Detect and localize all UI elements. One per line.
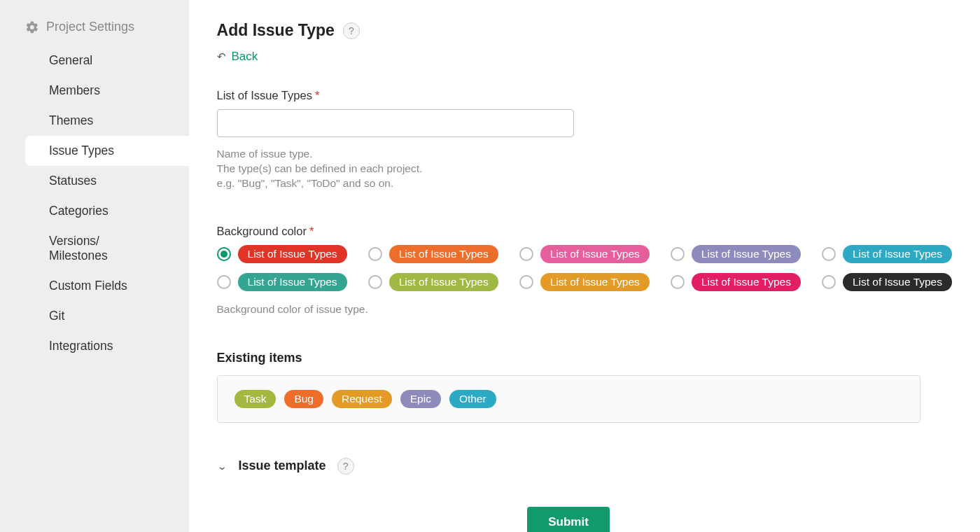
gear-icon [25,20,39,34]
existing-items-heading: Existing items [217,351,952,365]
existing-item-other: Other [449,390,496,408]
radio-icon[interactable] [822,275,836,289]
color-chip: List of Issue Types [238,245,347,263]
sidebar-item-git[interactable]: Git [0,301,189,331]
help-icon[interactable]: ? [337,458,354,475]
color-option-3[interactable]: List of Issue Types [671,245,801,263]
sidebar-item-statuses[interactable]: Statuses [0,166,189,196]
field-label-text: List of Issue Types [217,89,312,102]
sidebar-item-integrations[interactable]: Integrations [0,331,189,361]
sidebar-item-custom-fields[interactable]: Custom Fields [0,271,189,301]
existing-item-request: Request [332,390,392,408]
required-icon: * [309,225,314,237]
color-option-5[interactable]: List of Issue Types [217,273,347,291]
existing-items-box: TaskBugRequestEpicOther [217,375,920,423]
color-option-9[interactable]: List of Issue Types [822,273,952,291]
color-option-4[interactable]: List of Issue Types [822,245,952,263]
color-option-8[interactable]: List of Issue Types [671,273,801,291]
radio-icon[interactable] [671,275,685,289]
field-list-issue-types: List of Issue Types* Name of issue type.… [217,89,952,191]
sidebar-nav: GeneralMembersThemesIssue TypesStatusesC… [0,46,189,361]
field-label: Background color* [217,225,952,238]
color-chip: List of Issue Types [692,273,801,291]
radio-icon[interactable] [519,247,533,261]
issue-template-title: Issue template [239,458,326,473]
sidebar-item-issue-types[interactable]: Issue Types [25,136,189,166]
existing-item-task: Task [234,390,276,408]
chevron-down-icon: ⌄ [217,460,227,472]
sidebar-item-themes[interactable]: Themes [0,106,189,136]
submit-button[interactable]: Submit [527,507,610,532]
color-option-1[interactable]: List of Issue Types [368,245,498,263]
color-chip: List of Issue Types [843,245,952,263]
sidebar-heading: Project Settings [0,13,189,41]
radio-icon[interactable] [217,247,231,261]
radio-icon[interactable] [519,275,533,289]
existing-item-epic: Epic [400,390,441,408]
radio-icon[interactable] [822,247,836,261]
field-help-text: Background color of issue type. [217,302,952,317]
color-chip: List of Issue Types [692,245,801,263]
page-title: Add Issue Type [217,21,335,40]
back-link[interactable]: Back [232,50,258,64]
color-chip: List of Issue Types [540,245,650,263]
field-label-text: Background color [217,225,307,237]
color-chip: List of Issue Types [540,273,650,291]
color-options: List of Issue TypesList of Issue TypesLi… [217,245,952,291]
color-option-7[interactable]: List of Issue Types [519,273,650,291]
color-option-6[interactable]: List of Issue Types [368,273,498,291]
required-icon: * [315,89,319,102]
radio-icon[interactable] [368,247,382,261]
color-chip: List of Issue Types [389,245,498,263]
back-arrow-icon: ↶ [217,50,226,63]
existing-item-bug: Bug [284,390,323,408]
field-label: List of Issue Types* [217,89,952,102]
help-icon[interactable]: ? [343,22,360,39]
field-background-color: Background color* List of Issue TypesLis… [217,225,952,317]
sidebar-item-general[interactable]: General [0,46,189,76]
sidebar-item-categories[interactable]: Categories [0,196,189,226]
color-option-0[interactable]: List of Issue Types [217,245,347,263]
sidebar-heading-label: Project Settings [46,20,134,34]
issue-types-input[interactable] [217,109,574,137]
radio-icon[interactable] [368,275,382,289]
color-chip: List of Issue Types [389,273,498,291]
color-chip: List of Issue Types [238,273,347,291]
sidebar-item-members[interactable]: Members [0,76,189,106]
field-help-text: Name of issue type. The type(s) can be d… [217,147,952,191]
color-chip: List of Issue Types [843,273,952,291]
radio-icon[interactable] [217,275,231,289]
color-option-2[interactable]: List of Issue Types [519,245,650,263]
sidebar-item-versions-milestones[interactable]: Versions/ Milestones [0,226,189,271]
radio-icon[interactable] [671,247,685,261]
sidebar: Project Settings GeneralMembersThemesIss… [0,0,189,532]
main: Add Issue Type ? ↶ Back List of Issue Ty… [189,0,980,532]
issue-template-toggle[interactable]: ⌄ Issue template ? [217,458,952,475]
